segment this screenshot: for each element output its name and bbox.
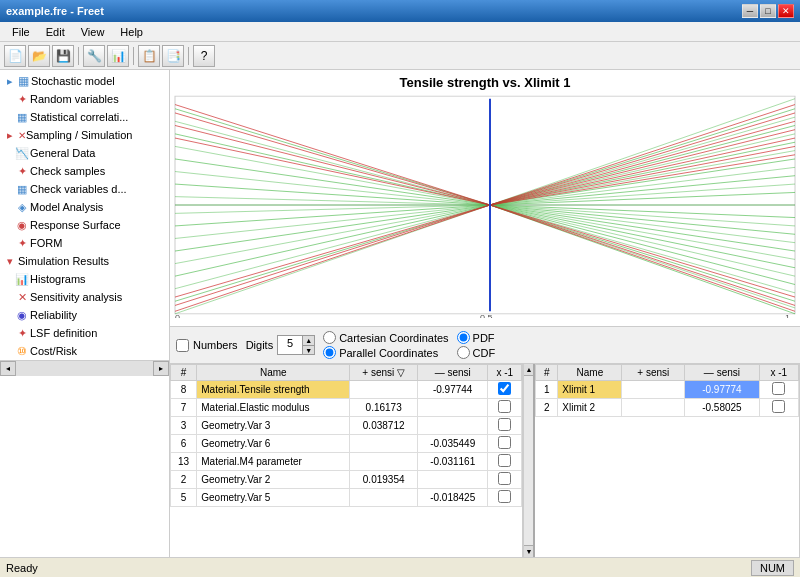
sidebar-label-response-surface: Response Surface <box>30 219 121 231</box>
table-row[interactable]: 2 Xlimit 2 -0.58025 <box>536 399 799 417</box>
bottom-panel: Numbers Digits ▲ ▼ Cartesian <box>170 327 800 557</box>
tool-button-3[interactable]: 📋 <box>138 45 160 67</box>
pdf-row: PDF <box>457 331 496 344</box>
sidebar-item-lsf[interactable]: ✦ LSF definition <box>0 324 169 342</box>
table-row[interactable]: 13 Material.M4 parameter -0.031161 <box>171 453 522 471</box>
title-bar: example.fre - Freet ─ □ ✕ <box>0 0 800 22</box>
left-data-table: # Name + sensi ▽ — sensi x -1 8 Material… <box>170 364 522 507</box>
open-button[interactable]: 📂 <box>28 45 50 67</box>
digits-spinner[interactable]: ▲ ▼ <box>277 335 315 355</box>
sidebar-scrollbar[interactable]: ◂ ▸ <box>0 360 169 376</box>
scroll-left-arrow[interactable]: ◂ <box>0 361 16 376</box>
status-text: Ready <box>6 562 38 574</box>
help-button[interactable]: ? <box>193 45 215 67</box>
cell-x1 <box>488 417 522 435</box>
cartesian-radio[interactable] <box>323 331 336 344</box>
right-col-x1: x -1 <box>759 365 798 381</box>
pdf-cdf-group: PDF CDF <box>457 331 496 359</box>
cell-minus: -0.035449 <box>417 435 488 453</box>
tool-button-4[interactable]: 📑 <box>162 45 184 67</box>
sampling-icon: ▸ <box>2 127 18 143</box>
cell-name: Geometry.Var 6 <box>197 435 350 453</box>
sidebar-item-response-surface[interactable]: ◉ Response Surface <box>0 216 169 234</box>
cell-x1 <box>488 399 522 417</box>
cell-plus <box>350 453 418 471</box>
sidebar-item-sensitivity[interactable]: ✕ Sensitivity analysis <box>0 288 169 306</box>
main-area: ▸ ▦ Stochastic model ✦ Random variables … <box>0 70 800 557</box>
sidebar-item-random-variables[interactable]: ✦ Random variables <box>0 90 169 108</box>
digit-down-arrow[interactable]: ▼ <box>302 345 314 354</box>
cdf-radio[interactable] <box>457 346 470 359</box>
sidebar-label-stat-corr: Statistical correlati... <box>30 111 128 123</box>
right-table: # Name + sensi — sensi x -1 1 Xlimit 1 <box>533 364 800 557</box>
sidebar-label-form: FORM <box>30 237 62 249</box>
sidebar-item-reliability[interactable]: ◉ Reliability <box>0 306 169 324</box>
minimize-button[interactable]: ─ <box>742 4 758 18</box>
digit-up-arrow[interactable]: ▲ <box>302 336 314 345</box>
sidebar-item-general-data[interactable]: 📉 General Data <box>0 144 169 162</box>
table-row[interactable]: 2 Geometry.Var 2 0.019354 <box>171 471 522 489</box>
right-data-table: # Name + sensi — sensi x -1 1 Xlimit 1 <box>535 364 799 417</box>
table-row[interactable]: 7 Material.Elastic modulus 0.16173 <box>171 399 522 417</box>
menu-bar: File Edit View Help <box>0 22 800 42</box>
pdf-radio[interactable] <box>457 331 470 344</box>
left-col-name: Name <box>197 365 350 381</box>
cell-minus: -0.018425 <box>417 489 488 507</box>
sampling-fold-icon: ✕ <box>18 130 26 141</box>
left-table-scrollbar[interactable]: ▲ ▼ <box>523 364 533 557</box>
check-icon: ✦ <box>14 163 30 179</box>
digits-input[interactable] <box>278 336 302 350</box>
sidebar-item-check-samples[interactable]: ✦ Check samples <box>0 162 169 180</box>
toolbar: 📄 📂 💾 🔧 📊 📋 📑 ? <box>0 42 800 70</box>
cell-plus <box>350 489 418 507</box>
right-col-plus-sensi: + sensi <box>622 365 685 381</box>
menu-help[interactable]: Help <box>112 24 151 40</box>
chart-title: Tensile strength vs. Xlimit 1 <box>170 70 800 92</box>
scroll-track[interactable] <box>16 361 153 376</box>
sidebar-item-cost[interactable]: ⑩ Cost/Risk <box>0 342 169 360</box>
sidebar-label-model-analysis: Model Analysis <box>30 201 103 213</box>
sidebar-item-check-variables[interactable]: ▦ Check variables d... <box>0 180 169 198</box>
new-button[interactable]: 📄 <box>4 45 26 67</box>
numbers-group: Numbers <box>176 339 238 352</box>
svg-text:0.5: 0.5 <box>480 312 493 318</box>
cell-name: Xlimit 2 <box>558 399 622 417</box>
close-button[interactable]: ✕ <box>778 4 794 18</box>
table-row[interactable]: 1 Xlimit 1 -0.97774 <box>536 381 799 399</box>
numbers-checkbox[interactable] <box>176 339 189 352</box>
rel-icon: ◉ <box>14 307 30 323</box>
sidebar-item-sampling[interactable]: ▸ ✕ Sampling / Simulation <box>0 126 169 144</box>
table-row[interactable]: 5 Geometry.Var 5 -0.018425 <box>171 489 522 507</box>
rv-icon: ✦ <box>14 91 30 107</box>
sidebar-item-model-analysis[interactable]: ◈ Model Analysis <box>0 198 169 216</box>
sim-icon: ▾ <box>2 253 18 269</box>
sidebar-item-stochastic[interactable]: ▸ ▦ Stochastic model <box>0 72 169 90</box>
rs-icon: ◉ <box>14 217 30 233</box>
sens-icon: ✕ <box>14 289 30 305</box>
tool-button-1[interactable]: 🔧 <box>83 45 105 67</box>
save-button[interactable]: 💾 <box>52 45 74 67</box>
left-col-minus-sensi: — sensi <box>417 365 488 381</box>
right-col-id: # <box>536 365 558 381</box>
table-row[interactable]: 6 Geometry.Var 6 -0.035449 <box>171 435 522 453</box>
sidebar-item-stat-corr[interactable]: ▦ Statistical correlati... <box>0 108 169 126</box>
menu-file[interactable]: File <box>4 24 38 40</box>
sidebar-item-form[interactable]: ✦ FORM <box>0 234 169 252</box>
menu-view[interactable]: View <box>73 24 113 40</box>
scroll-thumb[interactable] <box>524 376 533 545</box>
cell-minus: -0.031161 <box>417 453 488 471</box>
scroll-right-arrow[interactable]: ▸ <box>153 361 169 376</box>
cell-minus <box>417 471 488 489</box>
table-row[interactable]: 3 Geometry.Var 3 0.038712 <box>171 417 522 435</box>
stochastic-icon: ▦ <box>18 74 29 88</box>
sidebar-item-histograms[interactable]: 📊 Histograms <box>0 270 169 288</box>
table-row[interactable]: 8 Material.Tensile strength -0.97744 <box>171 381 522 399</box>
menu-edit[interactable]: Edit <box>38 24 73 40</box>
cdf-row: CDF <box>457 346 496 359</box>
status-right: NUM <box>751 560 794 576</box>
sidebar-item-sim-results[interactable]: ▾ Simulation Results <box>0 252 169 270</box>
tool-button-2[interactable]: 📊 <box>107 45 129 67</box>
maximize-button[interactable]: □ <box>760 4 776 18</box>
parallel-radio[interactable] <box>323 346 336 359</box>
sidebar-label-sim-results: Simulation Results <box>18 255 109 267</box>
